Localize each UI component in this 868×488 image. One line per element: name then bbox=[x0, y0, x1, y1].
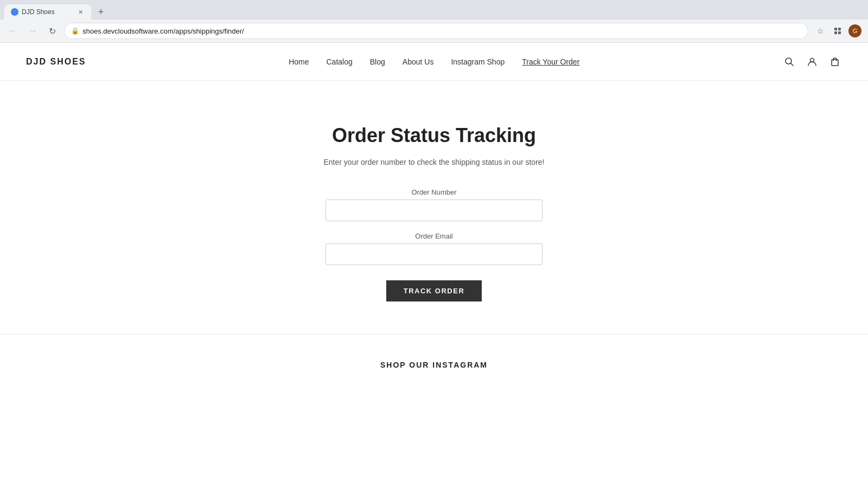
order-email-input[interactable] bbox=[326, 243, 542, 265]
main-content: Order Status Tracking Enter your order n… bbox=[0, 81, 868, 334]
address-text: shoes.devcloudsoftware.com/apps/shipping… bbox=[82, 27, 801, 35]
header-actions bbox=[782, 55, 842, 69]
tracking-form: Order Number Order Email TRACK ORDER bbox=[326, 188, 542, 301]
reload-button[interactable]: ↻ bbox=[44, 23, 60, 38]
back-button[interactable]: ← bbox=[5, 23, 21, 38]
cart-icon bbox=[830, 57, 840, 67]
tab-close-button[interactable]: ✕ bbox=[76, 8, 85, 16]
profile-avatar: G bbox=[848, 24, 861, 37]
instagram-section: SHOP OUR INSTAGRAM bbox=[0, 335, 868, 419]
browser-toolbar: ← → ↻ 🔒 shoes.devcloudsoftware.com/apps/… bbox=[0, 20, 868, 42]
site-nav: Home Catalog Blog About Us Instagram Sho… bbox=[289, 57, 579, 66]
nav-track-your-order[interactable]: Track Your Order bbox=[522, 57, 579, 66]
svg-rect-3 bbox=[838, 31, 841, 34]
svg-rect-1 bbox=[838, 28, 841, 30]
instagram-section-heading: SHOP OUR INSTAGRAM bbox=[26, 361, 842, 369]
cart-button[interactable] bbox=[828, 55, 842, 69]
nav-catalog[interactable]: Catalog bbox=[327, 57, 353, 66]
forward-button[interactable]: → bbox=[25, 23, 40, 38]
svg-rect-2 bbox=[834, 31, 837, 34]
page-subtitle: Enter your order number to check the shi… bbox=[324, 158, 545, 166]
site-header: DJD SHOES Home Catalog Blog About Us Ins… bbox=[0, 43, 868, 81]
browser-tabs: DJD Shoes ✕ + bbox=[0, 0, 868, 20]
order-number-group: Order Number bbox=[326, 188, 542, 221]
bookmark-button[interactable]: ☆ bbox=[813, 23, 828, 38]
address-bar[interactable]: 🔒 shoes.devcloudsoftware.com/apps/shippi… bbox=[64, 23, 808, 39]
order-number-label: Order Number bbox=[326, 188, 542, 196]
forward-icon: → bbox=[28, 26, 37, 36]
order-email-group: Order Email bbox=[326, 232, 542, 265]
browser-tab-active[interactable]: DJD Shoes ✕ bbox=[4, 4, 91, 20]
svg-rect-0 bbox=[834, 28, 837, 30]
tab-favicon bbox=[11, 8, 18, 16]
site-logo[interactable]: DJD SHOES bbox=[26, 57, 86, 67]
nav-instagram-shop[interactable]: Instagram Shop bbox=[451, 57, 505, 66]
nav-home[interactable]: Home bbox=[289, 57, 309, 66]
website-content: DJD SHOES Home Catalog Blog About Us Ins… bbox=[0, 43, 868, 488]
nav-blog[interactable]: Blog bbox=[370, 57, 385, 66]
profile-button[interactable]: G bbox=[847, 23, 863, 38]
svg-line-5 bbox=[791, 63, 794, 66]
page-title: Order Status Tracking bbox=[332, 124, 536, 147]
reload-icon: ↻ bbox=[49, 26, 56, 36]
svg-rect-7 bbox=[832, 60, 838, 66]
extensions-icon bbox=[833, 27, 842, 35]
browser-chrome: DJD Shoes ✕ + ← → ↻ 🔒 shoes.devcloudsoft… bbox=[0, 0, 868, 43]
nav-about-us[interactable]: About Us bbox=[403, 57, 434, 66]
extensions-button[interactable] bbox=[830, 23, 845, 38]
tab-title: DJD Shoes bbox=[22, 8, 73, 16]
browser-actions: ☆ G bbox=[813, 23, 863, 38]
lock-icon: 🔒 bbox=[71, 27, 79, 35]
search-icon bbox=[784, 57, 794, 67]
order-email-label: Order Email bbox=[326, 232, 542, 240]
user-icon bbox=[807, 57, 817, 67]
back-icon: ← bbox=[9, 26, 17, 36]
login-button[interactable] bbox=[805, 55, 819, 69]
order-number-input[interactable] bbox=[326, 200, 542, 221]
new-tab-button[interactable]: + bbox=[93, 4, 108, 20]
search-button[interactable] bbox=[782, 55, 796, 69]
track-order-button[interactable]: TRACK ORDER bbox=[386, 280, 482, 301]
